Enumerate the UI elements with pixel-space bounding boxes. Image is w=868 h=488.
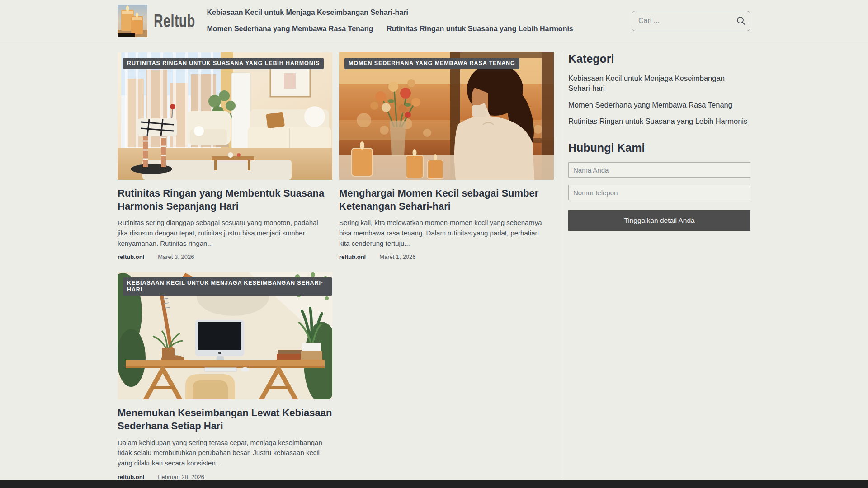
category-link-kebiasaan-kecil[interactable]: Kebiasaan Kecil untuk Menjaga Keseimbang…: [568, 73, 750, 94]
article-title: Menemukan Keseimbangan Lewat Kebiasaan S…: [118, 406, 332, 432]
contact-form: Tinggalkan detail Anda: [568, 162, 750, 231]
category-list: Kebiasaan Kecil untuk Menjaga Keseimbang…: [568, 73, 750, 126]
article-3-thumbnail[interactable]: KEBIASAAN KECIL UNTUK MENJAGA KESEIMBANG…: [118, 272, 332, 399]
main-nav: Kebiasaan Kecil untuk Menjaga Keseimbang…: [207, 5, 586, 37]
living-room-photo: [118, 52, 332, 180]
article-author[interactable]: reltub.onl: [118, 253, 144, 260]
nav-item-rutinitas-ringan[interactable]: Rutinitas Ringan untuk Suasana yang Lebi…: [387, 21, 573, 37]
category-item: Kebiasaan Kecil untuk Menjaga Keseimbang…: [568, 73, 750, 94]
search-button[interactable]: [735, 15, 747, 27]
submit-details-button[interactable]: Tinggalkan detail Anda: [568, 210, 750, 231]
article-author[interactable]: reltub.onl: [339, 253, 366, 260]
article-3-title-link[interactable]: Menemukan Keseimbangan Lewat Kebiasaan S…: [118, 407, 332, 432]
search-input[interactable]: [632, 11, 750, 31]
category-item: Momen Sederhana yang Membawa Rasa Tenang: [568, 100, 750, 110]
category-badge[interactable]: KEBIASAAN KECIL UNTUK MENJAGA KESEIMBANG…: [123, 277, 332, 296]
article-title: Menghargai Momen Kecil sebagai Sumber Ke…: [339, 187, 554, 213]
candles-logo-icon: [118, 5, 147, 37]
article-date: Maret 1, 2026: [379, 253, 415, 260]
categories-widget-title: Kategori: [568, 52, 750, 66]
category-link-rutinitas-ringan[interactable]: Rutinitas Ringan untuk Suasana yang Lebi…: [568, 116, 750, 126]
article-author[interactable]: reltub.onl: [118, 474, 144, 480]
article-2-thumbnail[interactable]: MOMEN SEDERHANA YANG MEMBAWA RASA TENANG: [339, 52, 554, 180]
article-card: MOMEN SEDERHANA YANG MEMBAWA RASA TENANG…: [339, 52, 554, 260]
search-box: [632, 11, 750, 31]
article-1-title-link[interactable]: Rutinitas Ringan yang Membentuk Suasana …: [118, 188, 324, 212]
article-title: Rutinitas Ringan yang Membentuk Suasana …: [118, 187, 332, 213]
golden-hour-photo: [339, 52, 554, 180]
article-excerpt: Sering kali, kita melewatkan momen-momen…: [339, 218, 554, 249]
category-badge[interactable]: MOMEN SEDERHANA YANG MEMBAWA RASA TENANG: [344, 58, 519, 69]
article-1-thumbnail[interactable]: RUTINITAS RINGAN UNTUK SUASANA YANG LEBI…: [118, 52, 332, 180]
sidebar: Kategori Kebiasaan Kecil untuk Menjaga K…: [561, 52, 750, 480]
site-footer: Copyright © 2026 Reltub | Infinite News …: [0, 480, 868, 488]
nav-item-momen-sederhana[interactable]: Momen Sederhana yang Membawa Rasa Tenang: [207, 21, 373, 37]
site-header: Reltub Kebiasaan Kecil untuk Menjaga Kes…: [0, 0, 868, 42]
article-card: RUTINITAS RINGAN UNTUK SUASANA YANG LEBI…: [118, 52, 332, 260]
article-meta: reltub.onl Maret 3, 2026: [118, 253, 332, 260]
nav-item-kebiasaan-kecil[interactable]: Kebiasaan Kecil untuk Menjaga Keseimbang…: [207, 5, 408, 21]
contact-widget-title: Hubungi Kami: [568, 141, 750, 155]
search-icon: [736, 15, 746, 26]
article-card: KEBIASAAN KECIL UNTUK MENJAGA KESEIMBANG…: [118, 272, 332, 480]
category-link-momen-sederhana[interactable]: Momen Sederhana yang Membawa Rasa Tenang: [568, 100, 750, 110]
site-title: Reltub: [154, 11, 195, 31]
article-meta: reltub.onl Februari 28, 2026: [118, 474, 332, 480]
name-field[interactable]: [568, 162, 750, 178]
phone-field[interactable]: [568, 185, 750, 200]
article-date: Maret 3, 2026: [158, 253, 194, 260]
articles-area: RUTINITAS RINGAN UNTUK SUASANA YANG LEBI…: [118, 52, 554, 480]
site-logo[interactable]: Reltub: [118, 5, 211, 37]
category-item: Rutinitas Ringan untuk Suasana yang Lebi…: [568, 116, 750, 126]
article-2-title-link[interactable]: Menghargai Momen Kecil sebagai Sumber Ke…: [339, 188, 538, 212]
article-excerpt: Dalam kehidupan yang sering terasa cepat…: [118, 438, 332, 469]
article-meta: reltub.onl Maret 1, 2026: [339, 253, 554, 260]
article-excerpt: Rutinitas sering dianggap sebagai sesuat…: [118, 218, 332, 249]
article-date: Februari 28, 2026: [158, 474, 204, 480]
category-badge[interactable]: RUTINITAS RINGAN UNTUK SUASANA YANG LEBI…: [123, 58, 324, 69]
